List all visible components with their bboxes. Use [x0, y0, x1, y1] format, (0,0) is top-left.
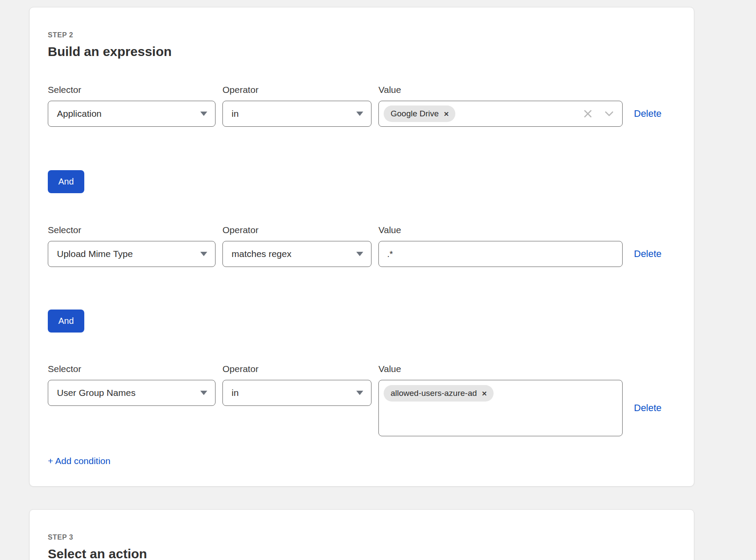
build-expression-title: Build an expression — [48, 44, 666, 59]
selector-dropdown[interactable]: Application — [48, 101, 216, 127]
delete-condition-link[interactable]: Delete — [634, 248, 662, 259]
selector-value: Upload Mime Type — [57, 249, 133, 259]
value-tag: allowed-users-azure-ad ✕ — [384, 385, 494, 402]
operator-dropdown[interactable]: in — [222, 380, 371, 406]
selector-label: Selector — [48, 364, 216, 374]
selector-label: Selector — [48, 85, 216, 95]
operator-value: matches regex — [232, 249, 292, 259]
dropdown-caret-icon — [200, 112, 207, 116]
operator-dropdown[interactable]: in — [222, 101, 371, 127]
value-tag: Google Drive ✕ — [384, 105, 455, 122]
build-expression-card: STEP 2 Build an expression Selector Appl… — [29, 7, 694, 487]
operator-value: in — [232, 109, 239, 119]
chevron-down-icon[interactable] — [604, 109, 614, 119]
selector-value: User Group Names — [57, 388, 136, 398]
tag-label: allowed-users-azure-ad — [391, 389, 477, 398]
selector-field: Selector Application — [48, 85, 216, 127]
dropdown-caret-icon — [200, 391, 207, 395]
delete-condition-link[interactable]: Delete — [634, 402, 662, 413]
selector-value: Application — [57, 109, 102, 119]
value-field: Value allowed-users-azure-ad ✕ — [378, 364, 623, 436]
clear-icon[interactable] — [583, 109, 593, 119]
dropdown-caret-icon — [356, 391, 363, 395]
step-3-label: STEP 3 — [48, 510, 666, 542]
value-label: Value — [378, 85, 623, 95]
value-field: Value — [378, 225, 623, 267]
remove-tag-icon[interactable]: ✕ — [444, 111, 449, 117]
selector-dropdown[interactable]: Upload Mime Type — [48, 241, 216, 267]
condition-row-1: Selector Application Operator in Value G… — [48, 85, 666, 127]
operator-field: Operator in — [222, 364, 371, 406]
multiselect-controls — [583, 109, 614, 119]
operator-field: Operator in — [222, 85, 371, 127]
value-text-input[interactable] — [378, 241, 623, 267]
operator-label: Operator — [222, 85, 371, 95]
operator-label: Operator — [222, 225, 371, 235]
operator-label: Operator — [222, 364, 371, 374]
select-action-card: STEP 3 Select an action — [29, 509, 694, 560]
selector-label: Selector — [48, 225, 216, 235]
value-multiselect[interactable]: Google Drive ✕ — [378, 101, 623, 127]
operator-value: in — [232, 388, 239, 398]
add-condition-link[interactable]: + Add condition — [48, 456, 110, 466]
dropdown-caret-icon — [200, 252, 207, 256]
selector-dropdown[interactable]: User Group Names — [48, 380, 216, 406]
select-action-title: Select an action — [48, 546, 666, 560]
tag-label: Google Drive — [391, 109, 439, 119]
and-button[interactable]: And — [48, 170, 84, 193]
value-multiselect[interactable]: allowed-users-azure-ad ✕ — [378, 380, 623, 436]
remove-tag-icon[interactable]: ✕ — [482, 390, 487, 397]
and-button[interactable]: And — [48, 310, 84, 333]
value-label: Value — [378, 364, 623, 374]
selector-field: Selector User Group Names — [48, 364, 216, 406]
dropdown-caret-icon — [356, 252, 363, 256]
operator-field: Operator matches regex — [222, 225, 371, 267]
dropdown-caret-icon — [356, 112, 363, 116]
delete-condition-link[interactable]: Delete — [634, 108, 662, 119]
value-label: Value — [378, 225, 623, 235]
step-2-label: STEP 2 — [48, 7, 666, 40]
value-field: Value Google Drive ✕ — [378, 85, 623, 127]
selector-field: Selector Upload Mime Type — [48, 225, 216, 267]
condition-row-2: Selector Upload Mime Type Operator match… — [48, 225, 666, 267]
condition-row-3: Selector User Group Names Operator in Va… — [48, 364, 666, 436]
operator-dropdown[interactable]: matches regex — [222, 241, 371, 267]
